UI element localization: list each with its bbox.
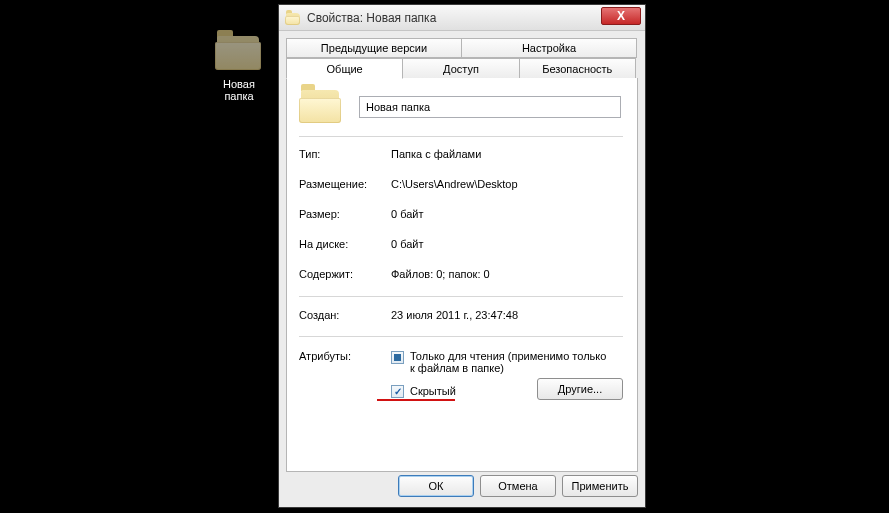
desktop-folder-label: Новая папка: [207, 78, 271, 102]
dialog-buttons: ОК Отмена Применить: [286, 475, 638, 499]
tab-previous-versions[interactable]: Предыдущие версии: [286, 38, 462, 58]
size-label: Размер:: [299, 208, 385, 220]
titlebar[interactable]: Свойства: Новая папка X: [279, 5, 645, 31]
annotation-underline: [377, 399, 455, 401]
dialog-client: Предыдущие версии Настройка Общие Доступ…: [286, 38, 638, 467]
size-on-disk-value: 0 байт: [391, 238, 623, 250]
divider: [299, 296, 623, 297]
properties-dialog: Свойства: Новая папка X Предыдущие верси…: [278, 4, 646, 508]
desktop-folder-icon[interactable]: Новая папка: [207, 34, 271, 102]
readonly-label: Только для чтения (применимо только к фа…: [410, 350, 609, 374]
tab-general[interactable]: Общие: [286, 58, 403, 79]
readonly-checkbox[interactable]: [391, 351, 404, 364]
cancel-button[interactable]: Отмена: [480, 475, 556, 497]
tab-security[interactable]: Безопасность: [519, 58, 636, 79]
tab-customize[interactable]: Настройка: [461, 38, 637, 58]
readonly-checkbox-row[interactable]: Только для чтения (применимо только к фа…: [391, 350, 609, 374]
divider: [299, 336, 623, 337]
window-title: Свойства: Новая папка: [307, 11, 436, 25]
size-value: 0 байт: [391, 208, 623, 220]
close-icon: X: [617, 9, 625, 23]
tab-sharing[interactable]: Доступ: [402, 58, 519, 79]
other-attributes-button[interactable]: Другие...: [537, 378, 623, 400]
size-on-disk-label: На диске:: [299, 238, 385, 250]
folder-icon: [285, 11, 301, 25]
location-label: Размещение:: [299, 178, 385, 190]
created-value: 23 июля 2011 г., 23:47:48: [391, 309, 623, 321]
folder-icon: [215, 34, 263, 74]
divider: [299, 136, 623, 137]
folder-icon: [299, 88, 343, 126]
apply-button[interactable]: Применить: [562, 475, 638, 497]
tab-general-panel: Тип: Папка с файлами Размещение: C:\User…: [286, 78, 638, 472]
type-label: Тип:: [299, 148, 385, 160]
hidden-checkbox[interactable]: [391, 385, 404, 398]
location-value: C:\Users\Andrew\Desktop: [391, 178, 623, 190]
tabrow-primary: Общие Доступ Безопасность: [286, 58, 638, 79]
type-value: Папка с файлами: [391, 148, 623, 160]
tabrow-secondary: Предыдущие версии Настройка: [286, 38, 638, 58]
folder-name-input[interactable]: [359, 96, 621, 118]
attributes-label: Атрибуты:: [299, 350, 385, 362]
contains-label: Содержит:: [299, 268, 385, 280]
created-label: Создан:: [299, 309, 385, 321]
hidden-label: Скрытый: [410, 385, 456, 397]
ok-button[interactable]: ОК: [398, 475, 474, 497]
contains-value: Файлов: 0; папок: 0: [391, 268, 623, 280]
close-button[interactable]: X: [601, 7, 641, 25]
